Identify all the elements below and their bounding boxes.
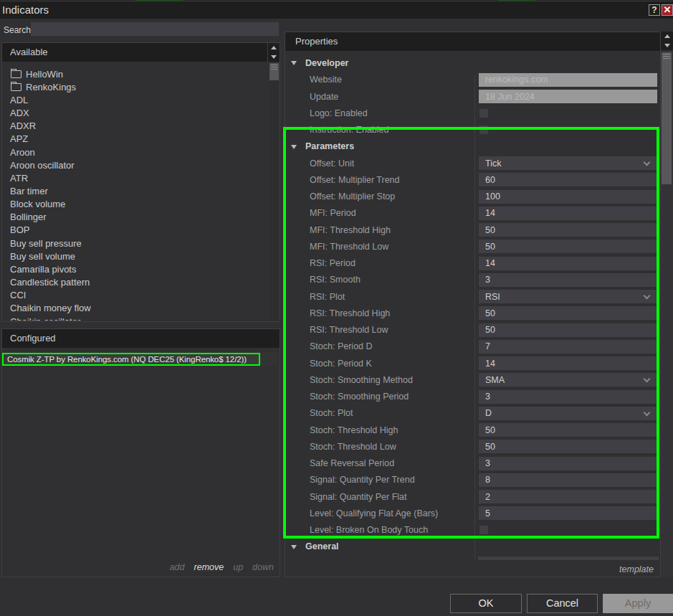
property-input[interactable]: 14 [479, 207, 657, 220]
available-item[interactable]: Block volume [3, 198, 269, 211]
section-row: General [286, 539, 659, 555]
folder-icon [11, 70, 22, 78]
property-dropdown[interactable]: Tick [479, 156, 657, 170]
apply-button[interactable]: Apply [603, 594, 673, 613]
property-input[interactable]: 3 [479, 457, 657, 470]
property-dropdown[interactable]: D [479, 407, 657, 420]
available-item-label: ADL [10, 95, 28, 105]
property-label: MFI: Period [286, 208, 356, 218]
property-row: MFI: Period14 [286, 205, 659, 222]
remove-action[interactable]: remove [194, 562, 224, 572]
property-label: Stoch: Smoothing Method [286, 375, 413, 385]
close-button[interactable]: ✕ [662, 4, 673, 16]
properties-scrollbar-thumb[interactable] [662, 52, 672, 184]
configured-panel: Configured Cosmik Z-TP by RenkoKings.com… [1, 328, 280, 577]
properties-header-label: Properties [295, 36, 338, 47]
scroll-down-button[interactable] [661, 41, 673, 50]
property-input[interactable]: 60 [479, 173, 657, 186]
property-input[interactable]: 50 [479, 240, 657, 253]
property-label: RSI: Threshold High [286, 308, 390, 318]
property-value: D [485, 408, 492, 418]
property-dropdown[interactable]: SMA [479, 373, 657, 387]
property-input[interactable]: 50 [479, 440, 657, 453]
available-item[interactable]: Camarilla pivots [3, 262, 269, 275]
collapse-arrow-icon[interactable] [291, 145, 297, 149]
property-input[interactable]: 14 [479, 356, 657, 370]
property-input[interactable]: 2 [479, 490, 657, 503]
scroll-up-button[interactable] [268, 43, 280, 52]
available-item[interactable]: CCI [3, 289, 269, 302]
available-item-label: HelloWin [26, 69, 63, 80]
available-item[interactable]: Aroon [3, 146, 269, 158]
property-input[interactable]: 3 [479, 390, 657, 404]
property-label: RSI: Plot [286, 292, 345, 302]
available-item[interactable]: Bar timer [3, 184, 269, 197]
available-item[interactable]: ADXR [3, 120, 269, 133]
available-item[interactable]: BOP [3, 224, 269, 237]
property-input[interactable]: 3 [479, 273, 657, 287]
available-item[interactable]: HelloWin [3, 67, 269, 80]
property-label: Stoch: Threshold High [286, 425, 398, 435]
folder-icon [11, 83, 22, 91]
available-scrollbar-thumb[interactable] [269, 63, 279, 80]
property-value: 50 [485, 242, 495, 252]
add-action[interactable]: add [170, 562, 185, 572]
property-row: Stoch: Smoothing Period3 [286, 388, 659, 404]
property-input[interactable]: 5 [479, 506, 657, 520]
properties-body: DeveloperWebsiterenkokings.comUpdate18 J… [286, 51, 659, 576]
property-value: 3 [485, 392, 490, 402]
available-item[interactable]: Candlestick pattern [3, 276, 269, 289]
scrollbar-grip [663, 54, 670, 59]
scroll-up-button[interactable] [661, 32, 673, 41]
search-input[interactable] [31, 22, 279, 36]
available-item[interactable]: RenkoKings [3, 80, 269, 93]
available-item[interactable]: APZ [3, 133, 269, 146]
property-value: renkokings.com [485, 75, 548, 85]
property-input[interactable]: 50 [479, 223, 657, 237]
property-dropdown[interactable]: RSI [479, 290, 657, 303]
available-item-label: Block volume [10, 199, 65, 209]
available-item[interactable]: Buy sell pressure [3, 237, 269, 250]
help-button[interactable]: ? [649, 4, 660, 16]
available-item[interactable]: Buy sell volume [3, 250, 269, 262]
up-action[interactable]: up [233, 562, 243, 572]
available-item[interactable]: ATR [3, 171, 269, 184]
available-item-label: Bollinger [10, 212, 47, 222]
window-title: Indicators [2, 4, 49, 16]
property-label: Level: Broken On Body Touch [286, 525, 428, 535]
scrollbar-grip [271, 65, 277, 70]
property-row: Stoch: Threshold Low50 [286, 438, 659, 455]
property-input[interactable]: 50 [479, 423, 657, 437]
template-dropdown-bar[interactable] [478, 556, 659, 560]
property-label: Level: Qualifying Flat Age (Bars) [286, 508, 438, 518]
property-checkbox[interactable] [479, 109, 488, 118]
property-checkbox[interactable] [479, 526, 488, 534]
available-item[interactable]: Bollinger [3, 211, 269, 224]
available-item[interactable]: ADL [3, 93, 269, 106]
ok-button[interactable]: OK [450, 594, 522, 613]
cancel-button[interactable]: Cancel [527, 594, 598, 613]
available-scrollbar[interactable] [269, 62, 279, 321]
configured-item-highlight[interactable]: Cosmik Z-TP by RenkoKings.com (NQ DEC25 … [2, 353, 260, 366]
property-input[interactable]: 50 [479, 323, 657, 337]
down-action[interactable]: down [252, 562, 274, 572]
available-item[interactable]: Chaikin money flow [3, 302, 269, 315]
scroll-down-icon [271, 55, 277, 59]
available-item[interactable]: ADX [3, 106, 269, 119]
property-input[interactable]: 14 [479, 257, 657, 270]
scroll-up-icon [271, 46, 277, 49]
properties-scrollbar[interactable] [661, 50, 673, 577]
scroll-down-button[interactable] [268, 52, 280, 62]
collapse-arrow-icon[interactable] [291, 61, 297, 65]
property-value: 50 [485, 325, 495, 335]
property-input[interactable]: 100 [479, 190, 657, 204]
property-checkbox[interactable] [479, 125, 488, 134]
property-input[interactable]: 7 [479, 340, 657, 354]
property-input[interactable]: 50 [479, 306, 657, 320]
property-label: Stoch: Threshold Low [286, 442, 396, 452]
available-item[interactable]: Chaikin oscillator [3, 315, 269, 321]
property-value: 8 [485, 475, 490, 485]
property-input[interactable]: 8 [479, 473, 657, 487]
available-item[interactable]: Aroon oscillator [3, 158, 269, 171]
collapse-arrow-icon[interactable] [291, 545, 297, 549]
